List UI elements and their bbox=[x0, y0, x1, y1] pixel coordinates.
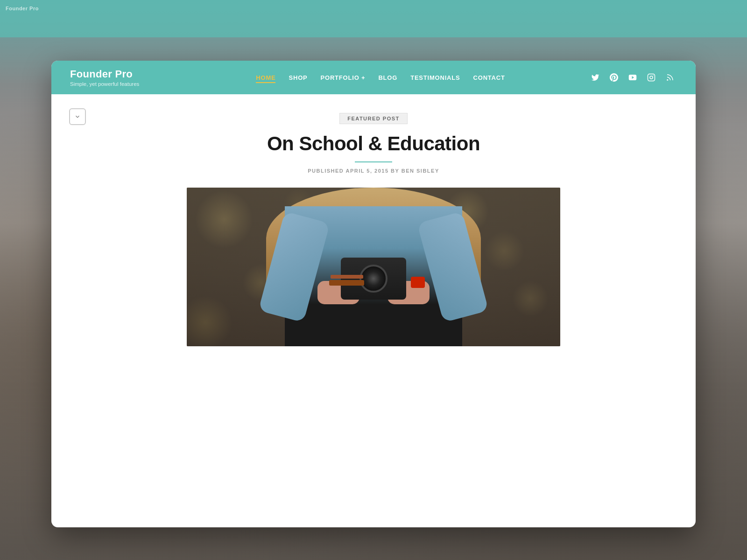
camera-lens bbox=[359, 265, 388, 293]
screen-top-logo: Founder Pro bbox=[6, 6, 39, 11]
top-bar-decoration bbox=[0, 0, 747, 37]
svg-point-4 bbox=[653, 75, 654, 76]
rss-icon[interactable] bbox=[663, 70, 677, 84]
nav-item-home[interactable]: HOME bbox=[256, 72, 275, 83]
social-icons bbox=[588, 70, 677, 84]
site-header: Founder Pro Simple, yet powerful feature… bbox=[51, 61, 696, 94]
twitter-icon[interactable] bbox=[588, 70, 602, 84]
watch bbox=[411, 277, 425, 288]
post-title: On School & Education bbox=[267, 133, 480, 155]
svg-point-3 bbox=[650, 76, 653, 79]
site-nav: HOME SHOP PORTFOLIO + BLOG TESTIMONIALS … bbox=[163, 72, 588, 83]
camera-person bbox=[257, 188, 490, 346]
site-content: FEATURED POST On School & Education PUBL… bbox=[51, 94, 696, 346]
wristband-2 bbox=[331, 275, 363, 279]
nav-item-contact[interactable]: CONTACT bbox=[473, 72, 505, 83]
pinterest-icon[interactable] bbox=[607, 70, 621, 84]
svg-rect-2 bbox=[648, 74, 655, 81]
title-underline bbox=[355, 161, 392, 162]
instagram-icon[interactable] bbox=[644, 70, 658, 84]
site-logo-tagline: Simple, yet powerful features bbox=[70, 81, 163, 87]
site-logo-name[interactable]: Founder Pro bbox=[70, 68, 163, 80]
scroll-down-button[interactable] bbox=[69, 108, 86, 125]
wristband-1 bbox=[329, 280, 364, 286]
featured-badge: FEATURED POST bbox=[339, 113, 408, 124]
post-image bbox=[187, 188, 560, 346]
nav-item-blog[interactable]: BLOG bbox=[378, 72, 397, 83]
nav-item-testimonials[interactable]: TESTIMONIALS bbox=[410, 72, 460, 83]
post-meta: PUBLISHED APRIL 5, 2015 BY BEN SIBLEY bbox=[308, 168, 439, 174]
site-logo-area: Founder Pro Simple, yet powerful feature… bbox=[70, 68, 163, 87]
nav-item-portfolio[interactable]: PORTFOLIO + bbox=[321, 72, 366, 83]
svg-point-5 bbox=[667, 79, 668, 81]
youtube-icon[interactable] bbox=[626, 70, 640, 84]
browser-window: Founder Pro Simple, yet powerful feature… bbox=[51, 61, 696, 527]
nav-item-shop[interactable]: SHOP bbox=[289, 72, 307, 83]
